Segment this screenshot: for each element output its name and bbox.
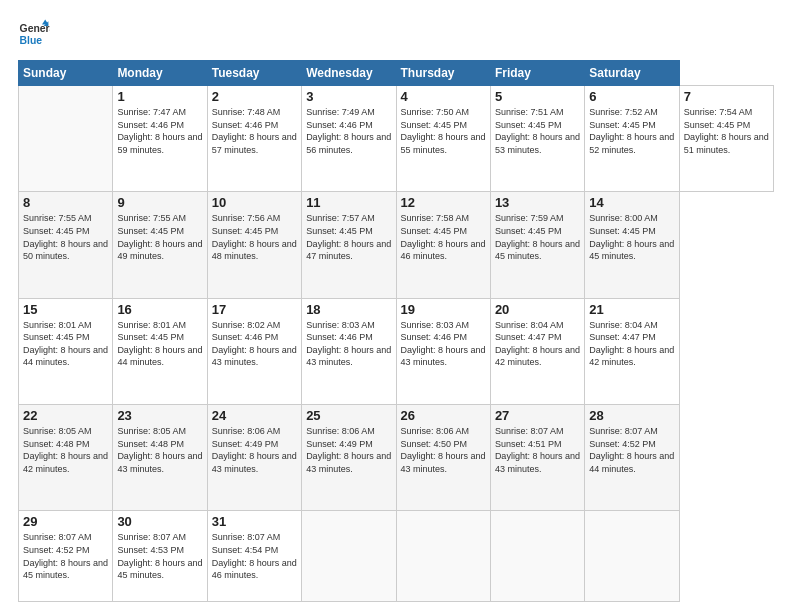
cell-info: Sunrise: 8:04 AMSunset: 4:47 PMDaylight:… (495, 319, 580, 369)
day-header-sunday: Sunday (19, 61, 113, 86)
cell-info: Sunrise: 7:50 AMSunset: 4:45 PMDaylight:… (401, 106, 486, 156)
calendar-cell: 29Sunrise: 8:07 AMSunset: 4:52 PMDayligh… (19, 511, 113, 602)
day-header-saturday: Saturday (585, 61, 679, 86)
day-number: 15 (23, 302, 108, 317)
cell-info: Sunrise: 7:56 AMSunset: 4:45 PMDaylight:… (212, 212, 297, 262)
cell-info: Sunrise: 7:47 AMSunset: 4:46 PMDaylight:… (117, 106, 202, 156)
calendar-cell: 30Sunrise: 8:07 AMSunset: 4:53 PMDayligh… (113, 511, 207, 602)
day-number: 18 (306, 302, 391, 317)
logo-icon: General Blue (18, 18, 50, 50)
cell-info: Sunrise: 8:06 AMSunset: 4:49 PMDaylight:… (306, 425, 391, 475)
calendar-cell: 31Sunrise: 8:07 AMSunset: 4:54 PMDayligh… (207, 511, 301, 602)
cell-info: Sunrise: 8:06 AMSunset: 4:49 PMDaylight:… (212, 425, 297, 475)
calendar-cell: 13Sunrise: 7:59 AMSunset: 4:45 PMDayligh… (490, 192, 584, 298)
calendar-cell: 6Sunrise: 7:52 AMSunset: 4:45 PMDaylight… (585, 86, 679, 192)
calendar-week-row: 22Sunrise: 8:05 AMSunset: 4:48 PMDayligh… (19, 404, 774, 510)
day-number: 8 (23, 195, 108, 210)
logo: General Blue (18, 18, 50, 50)
day-number: 13 (495, 195, 580, 210)
calendar-cell: 1Sunrise: 7:47 AMSunset: 4:46 PMDaylight… (113, 86, 207, 192)
calendar-cell: 20Sunrise: 8:04 AMSunset: 4:47 PMDayligh… (490, 298, 584, 404)
cell-info: Sunrise: 7:52 AMSunset: 4:45 PMDaylight:… (589, 106, 674, 156)
calendar-week-row: 8Sunrise: 7:55 AMSunset: 4:45 PMDaylight… (19, 192, 774, 298)
cell-info: Sunrise: 8:05 AMSunset: 4:48 PMDaylight:… (23, 425, 108, 475)
calendar-cell: 8Sunrise: 7:55 AMSunset: 4:45 PMDaylight… (19, 192, 113, 298)
cell-info: Sunrise: 8:07 AMSunset: 4:52 PMDaylight:… (23, 531, 108, 581)
cell-info: Sunrise: 8:07 AMSunset: 4:53 PMDaylight:… (117, 531, 202, 581)
day-number: 26 (401, 408, 486, 423)
day-number: 7 (684, 89, 769, 104)
page: General Blue SundayMondayTuesdayWednesda… (0, 0, 792, 612)
calendar-cell (490, 511, 584, 602)
day-number: 5 (495, 89, 580, 104)
cell-info: Sunrise: 8:05 AMSunset: 4:48 PMDaylight:… (117, 425, 202, 475)
day-number: 17 (212, 302, 297, 317)
cell-info: Sunrise: 8:07 AMSunset: 4:54 PMDaylight:… (212, 531, 297, 581)
day-header-friday: Friday (490, 61, 584, 86)
day-number: 28 (589, 408, 674, 423)
day-number: 25 (306, 408, 391, 423)
cell-info: Sunrise: 8:07 AMSunset: 4:51 PMDaylight:… (495, 425, 580, 475)
cell-info: Sunrise: 8:01 AMSunset: 4:45 PMDaylight:… (117, 319, 202, 369)
cell-info: Sunrise: 7:58 AMSunset: 4:45 PMDaylight:… (401, 212, 486, 262)
calendar-week-row: 1Sunrise: 7:47 AMSunset: 4:46 PMDaylight… (19, 86, 774, 192)
cell-info: Sunrise: 8:07 AMSunset: 4:52 PMDaylight:… (589, 425, 674, 475)
calendar-header-row: SundayMondayTuesdayWednesdayThursdayFrid… (19, 61, 774, 86)
day-number: 3 (306, 89, 391, 104)
empty-cell (19, 86, 113, 192)
day-number: 9 (117, 195, 202, 210)
calendar-cell: 23Sunrise: 8:05 AMSunset: 4:48 PMDayligh… (113, 404, 207, 510)
calendar-cell: 12Sunrise: 7:58 AMSunset: 4:45 PMDayligh… (396, 192, 490, 298)
calendar-cell: 19Sunrise: 8:03 AMSunset: 4:46 PMDayligh… (396, 298, 490, 404)
cell-info: Sunrise: 8:02 AMSunset: 4:46 PMDaylight:… (212, 319, 297, 369)
cell-info: Sunrise: 8:04 AMSunset: 4:47 PMDaylight:… (589, 319, 674, 369)
calendar-cell: 16Sunrise: 8:01 AMSunset: 4:45 PMDayligh… (113, 298, 207, 404)
calendar-cell: 26Sunrise: 8:06 AMSunset: 4:50 PMDayligh… (396, 404, 490, 510)
day-number: 19 (401, 302, 486, 317)
day-number: 27 (495, 408, 580, 423)
day-number: 2 (212, 89, 297, 104)
calendar-cell: 7Sunrise: 7:54 AMSunset: 4:45 PMDaylight… (679, 86, 773, 192)
calendar-cell: 11Sunrise: 7:57 AMSunset: 4:45 PMDayligh… (302, 192, 396, 298)
calendar-cell: 24Sunrise: 8:06 AMSunset: 4:49 PMDayligh… (207, 404, 301, 510)
day-number: 6 (589, 89, 674, 104)
cell-info: Sunrise: 8:03 AMSunset: 4:46 PMDaylight:… (306, 319, 391, 369)
calendar-table: SundayMondayTuesdayWednesdayThursdayFrid… (18, 60, 774, 602)
calendar-cell: 27Sunrise: 8:07 AMSunset: 4:51 PMDayligh… (490, 404, 584, 510)
day-number: 14 (589, 195, 674, 210)
svg-text:Blue: Blue (20, 35, 43, 46)
day-number: 21 (589, 302, 674, 317)
day-number: 30 (117, 514, 202, 529)
cell-info: Sunrise: 8:00 AMSunset: 4:45 PMDaylight:… (589, 212, 674, 262)
calendar-cell: 15Sunrise: 8:01 AMSunset: 4:45 PMDayligh… (19, 298, 113, 404)
cell-info: Sunrise: 7:55 AMSunset: 4:45 PMDaylight:… (23, 212, 108, 262)
day-number: 22 (23, 408, 108, 423)
day-header-thursday: Thursday (396, 61, 490, 86)
cell-info: Sunrise: 7:59 AMSunset: 4:45 PMDaylight:… (495, 212, 580, 262)
day-number: 24 (212, 408, 297, 423)
day-number: 31 (212, 514, 297, 529)
cell-info: Sunrise: 7:57 AMSunset: 4:45 PMDaylight:… (306, 212, 391, 262)
calendar-cell: 22Sunrise: 8:05 AMSunset: 4:48 PMDayligh… (19, 404, 113, 510)
calendar-cell (585, 511, 679, 602)
calendar-cell: 28Sunrise: 8:07 AMSunset: 4:52 PMDayligh… (585, 404, 679, 510)
day-number: 23 (117, 408, 202, 423)
calendar-cell: 18Sunrise: 8:03 AMSunset: 4:46 PMDayligh… (302, 298, 396, 404)
cell-info: Sunrise: 8:01 AMSunset: 4:45 PMDaylight:… (23, 319, 108, 369)
calendar-cell (396, 511, 490, 602)
cell-info: Sunrise: 7:49 AMSunset: 4:46 PMDaylight:… (306, 106, 391, 156)
cell-info: Sunrise: 8:06 AMSunset: 4:50 PMDaylight:… (401, 425, 486, 475)
calendar-cell: 25Sunrise: 8:06 AMSunset: 4:49 PMDayligh… (302, 404, 396, 510)
header: General Blue (18, 18, 774, 50)
day-header-tuesday: Tuesday (207, 61, 301, 86)
calendar-cell: 14Sunrise: 8:00 AMSunset: 4:45 PMDayligh… (585, 192, 679, 298)
cell-info: Sunrise: 7:48 AMSunset: 4:46 PMDaylight:… (212, 106, 297, 156)
day-number: 4 (401, 89, 486, 104)
calendar-cell: 4Sunrise: 7:50 AMSunset: 4:45 PMDaylight… (396, 86, 490, 192)
calendar-cell: 2Sunrise: 7:48 AMSunset: 4:46 PMDaylight… (207, 86, 301, 192)
day-number: 1 (117, 89, 202, 104)
calendar-cell: 9Sunrise: 7:55 AMSunset: 4:45 PMDaylight… (113, 192, 207, 298)
calendar-cell (302, 511, 396, 602)
calendar-cell: 21Sunrise: 8:04 AMSunset: 4:47 PMDayligh… (585, 298, 679, 404)
calendar-cell: 5Sunrise: 7:51 AMSunset: 4:45 PMDaylight… (490, 86, 584, 192)
